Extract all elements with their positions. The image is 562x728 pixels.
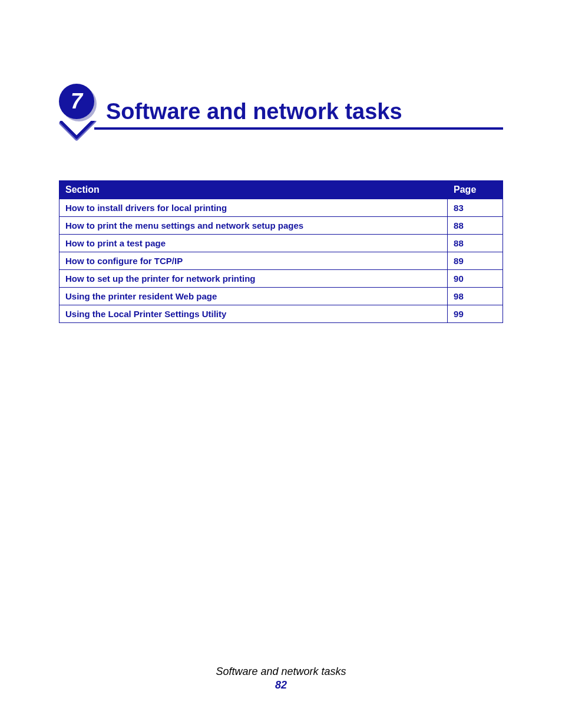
toc-table: Section Page How to install drivers for … [59,180,503,323]
section-link[interactable]: Using the printer resident Web page [59,288,448,305]
section-link[interactable]: How to print the menu settings and netwo… [59,217,448,235]
section-link[interactable]: Using the Local Printer Settings Utility [59,305,448,323]
table-row: Using the Local Printer Settings Utility… [59,305,503,323]
table-row: How to install drivers for local printin… [59,199,503,217]
header-page: Page [448,181,503,199]
chapter-title: Software and network tasks [106,99,402,124]
table-row: Using the printer resident Web page 98 [59,288,503,305]
page-link[interactable]: 88 [448,217,503,235]
table-row: How to set up the printer for network pr… [59,270,503,288]
table-row: How to configure for TCP/IP 89 [59,252,503,270]
page-link[interactable]: 98 [448,288,503,305]
page-link[interactable]: 89 [448,252,503,270]
page-link[interactable]: 88 [448,235,503,252]
page-link[interactable]: 90 [448,270,503,288]
table-row: How to print a test page 88 [59,235,503,252]
footer-title: Software and network tasks [0,666,562,678]
page-link[interactable]: 99 [448,305,503,323]
section-link[interactable]: How to install drivers for local printin… [59,199,448,217]
footer-page-number: 82 [0,679,562,691]
header-section: Section [59,181,448,199]
table-row: How to print the menu settings and netwo… [59,217,503,235]
page-footer: Software and network tasks 82 [0,666,562,691]
document-page: 7 Software and network tasks Section Pag… [0,0,562,728]
section-link[interactable]: How to set up the printer for network pr… [59,270,448,288]
table-header-row: Section Page [59,181,503,199]
section-link[interactable]: How to configure for TCP/IP [59,252,448,270]
chevron-icon [59,121,97,147]
page-link[interactable]: 83 [448,199,503,217]
badge-circle: 7 [59,84,94,119]
chapter-number: 7 [71,89,82,114]
title-rule [94,127,503,130]
section-link[interactable]: How to print a test page [59,235,448,252]
